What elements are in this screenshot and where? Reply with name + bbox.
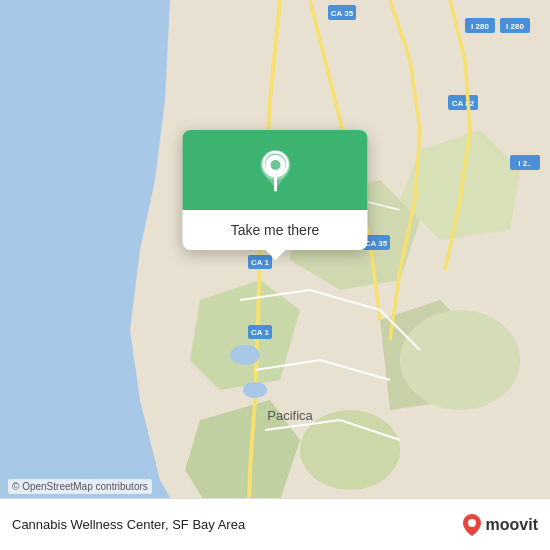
popup-button-area: Take me there: [183, 210, 368, 250]
svg-text:CA 82: CA 82: [452, 99, 475, 108]
svg-text:CA 35: CA 35: [331, 9, 354, 18]
popup-card: Take me there: [183, 130, 368, 250]
popup-header: [183, 130, 368, 210]
moovit-logo: moovit: [462, 513, 538, 537]
take-me-there-button[interactable]: Take me there: [231, 222, 320, 238]
bottom-bar: Cannabis Wellness Center, SF Bay Area mo…: [0, 498, 550, 550]
map-background: CA 1 CA 1 CA 35 CA 35 I 280 CA 82 I 280 …: [0, 0, 550, 550]
map-container: CA 1 CA 1 CA 35 CA 35 I 280 CA 82 I 280 …: [0, 0, 550, 550]
location-name: Cannabis Wellness Center, SF Bay Area: [12, 517, 462, 532]
svg-point-8: [300, 410, 400, 490]
svg-text:I 280: I 280: [506, 22, 524, 31]
svg-text:I 280: I 280: [471, 22, 489, 31]
location-pin-icon: [257, 148, 293, 192]
svg-text:CA 35: CA 35: [365, 239, 388, 248]
map-attribution: © OpenStreetMap contributors: [8, 479, 152, 494]
svg-text:I 2..: I 2..: [518, 159, 531, 168]
svg-point-7: [400, 310, 520, 410]
svg-text:Pacifica: Pacifica: [267, 408, 313, 423]
moovit-brand-text: moovit: [486, 516, 538, 534]
svg-point-26: [243, 382, 267, 398]
svg-point-32: [468, 519, 476, 527]
svg-point-25: [230, 345, 260, 365]
svg-text:CA 1: CA 1: [251, 328, 269, 337]
moovit-pin-icon: [462, 513, 482, 537]
